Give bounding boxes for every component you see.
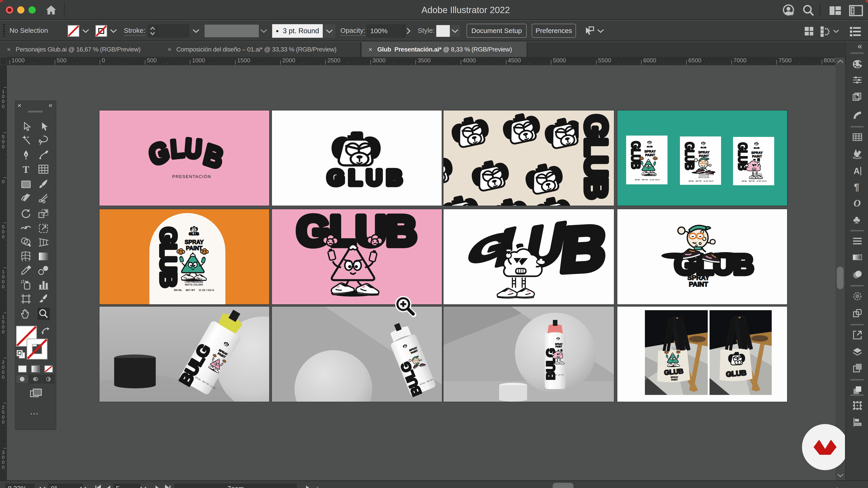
svg-text:PRESENTACIÓN: PRESENTACIÓN [172,174,211,179]
svg-text:MATTE COLORS: MATTE COLORS [185,284,203,286]
svg-text:SPRAY: SPRAY [751,151,763,155]
svg-text:G: G [146,135,172,172]
svg-text:GLUB: GLUB [754,147,760,149]
svg-text:SPRAY: SPRAY [698,150,710,154]
svg-text:¶: ¶ [854,182,859,192]
svg-text:MATTE COLORS: MATTE COLORS [645,175,655,176]
svg-text:A: A [854,166,860,176]
svg-text:400 ML NET WT: 400 ML NET WT [552,374,564,376]
svg-text:SPRAY: SPRAY [645,149,656,153]
svg-text:SPRAY: SPRAY [687,274,709,281]
svg-text:PAINT: PAINT [752,154,762,158]
svg-text:GLUB: GLUB [189,232,199,236]
svg-text:GLUB: GLUB [647,145,653,148]
svg-text:LOW PRESSURE: LOW PRESSURE [752,175,763,176]
svg-text:LOW PRESSURE: LOW PRESSURE [185,281,203,283]
svg-text:WATER BASED: WATER BASED [186,278,202,281]
svg-text:L: L [169,134,185,163]
svg-text:400 ML NET WT 11 OZ /: 400 ML NET WT 11 OZ / 312 G [174,289,214,291]
svg-text:PAINT: PAINT [555,346,562,348]
svg-text:♣: ♣ [853,214,860,225]
svg-text:PAINT: PAINT [645,153,655,157]
svg-text:GLUB: GLUB [156,227,181,287]
svg-text:SPRAY: SPRAY [185,239,204,245]
svg-text:MATTE COLORS: MATTE COLORS [699,177,709,178]
svg-text:WATER BASED: WATER BASED [699,174,709,175]
svg-text:PAINT: PAINT [671,379,678,381]
svg-text:GLUB: GLUB [683,142,697,170]
svg-text:400 ML NET WT 11 OZ / 31: 400 ML NET WT 11 OZ / 312 G [635,179,660,181]
svg-text:B: B [201,138,226,175]
svg-text:O: O [854,198,861,208]
svg-text:SPRAY: SPRAY [555,343,563,346]
svg-text:PAINT: PAINT [689,281,708,288]
svg-text:U: U [184,133,203,164]
svg-text:400 ML NET WT 11 OZ / 31: 400 ML NET WT 11 OZ / 312 G [688,180,714,182]
svg-text:WATER BASED: WATER BASED [752,173,762,175]
svg-text:WATER BASED: WATER BASED [645,172,655,173]
svg-text:T: T [23,164,29,175]
svg-text:PAINT: PAINT [699,154,709,158]
svg-text:GLUB: GLUB [701,147,706,149]
svg-text:LOW PRESSURE: LOW PRESSURE [699,175,710,177]
svg-text:GLUB: GLUB [629,141,643,169]
svg-text:GLUB: GLUB [327,165,407,190]
svg-text:LOW PRESSURE: LOW PRESSURE [645,173,656,175]
svg-text:B: B [557,212,611,285]
svg-text:GLUB: GLUB [579,115,614,198]
svg-text:400 ML NET WT 11 OZ / 31: 400 ML NET WT 11 OZ / 312 G [742,180,767,182]
svg-text:MATTE COLORS: MATTE COLORS [752,176,763,178]
svg-text:PAINT: PAINT [186,245,202,251]
